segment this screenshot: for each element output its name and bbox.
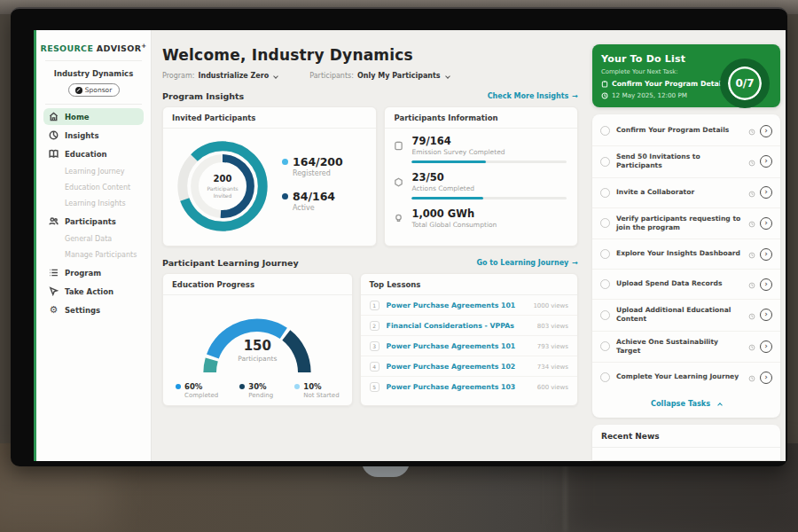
lesson-link[interactable]: Power Purchase Agreements 103 [387,383,536,391]
education-progress-card: Education Progress 150 Participants [162,273,353,406]
rank-badge: 4 [370,362,379,372]
chevron-right-icon[interactable]: › [760,340,772,353]
gauge-center-label: Participants [173,355,341,363]
task-checkbox[interactable] [600,372,610,382]
pointer-icon [49,286,59,296]
sidebar-item-participants[interactable]: Participants [43,213,144,230]
task-checkbox[interactable] [600,310,610,320]
filter-bar: Program: Industrialize Zero Participants… [162,72,578,80]
chevron-right-icon[interactable]: › [760,248,772,261]
chevron-right-icon[interactable]: › [760,372,772,384]
consumption-row: 1,000 GWh Total Global Consumption [385,201,577,231]
lesson-link[interactable]: Power Purchase Agreements 101 [387,301,532,309]
chevron-right-icon[interactable]: › [760,278,772,291]
task-row[interactable]: Complete Your Learning Journey › [592,363,780,392]
page-title: Welcome, Industry Dynamics [162,46,578,64]
go-to-learning-journey-link[interactable]: Go to Learning Journey → [476,259,578,267]
clipboard-icon [394,135,404,163]
clock-icon [748,307,755,324]
clock-icon [748,369,755,386]
task-row[interactable]: Send 50 Invitations to Participants › [592,146,780,178]
photo-scene: RESOURCE ADVISOR+ Industry Dynamics Spon… [0,0,798,532]
chevron-up-icon [717,403,723,408]
participants-select[interactable]: Participants: Only My Participants [309,72,449,80]
legend-not-started: 10% Not Started [294,382,339,399]
legend-dot [294,384,300,389]
card-title: Invited Participants [163,107,376,129]
task-checkbox[interactable] [600,249,610,259]
legend-active: 84/164 Active [282,190,343,212]
divider [45,104,142,105]
card-title: Education Progress [163,274,352,295]
sidebar-item-learning-insights[interactable]: Learning Insights [49,196,144,211]
task-checkbox[interactable] [600,218,610,228]
task-checkbox[interactable] [600,341,610,351]
task-checkbox[interactable] [600,126,610,136]
sidebar-item-learning-journey[interactable]: Learning Journey [49,164,144,179]
chevron-right-icon[interactable]: › [760,217,772,230]
clock-icon [748,276,755,293]
sponsor-icon [75,87,82,94]
home-icon [49,112,59,121]
chevron-right-icon[interactable]: › [760,186,772,199]
sidebar-item-manage-participants[interactable]: Manage Participants [49,247,144,262]
task-row[interactable]: Invite a Collaborator › [592,178,780,208]
learning-journey-heading: Participant Learning Journey [162,258,299,268]
education-gauge-chart: 150 Participants [173,302,341,379]
sponsor-badge: Sponsor [68,83,120,97]
rank-badge: 5 [370,382,379,392]
emission-progress-bar [411,160,567,163]
collapse-tasks-button[interactable]: Collapse Tasks [592,392,780,416]
card-title: Top Lessons [361,274,577,295]
sidebar-item-settings[interactable]: ⚙ Settings [43,301,144,318]
check-more-insights-link[interactable]: Check More Insights → [488,92,578,100]
lesson-link[interactable]: Financial Considerations - VPPAs [387,322,536,330]
todo-tasks-card: Confirm Your Program Details › Send 50 I… [592,114,780,418]
clock-icon [748,215,755,231]
sidebar-item-education-content[interactable]: Education Content [49,180,144,195]
sidebar-item-home[interactable]: Home [43,108,144,125]
todo-progress-value: 0/7 [735,77,754,90]
donut-center-label: Participants Invited [200,185,246,200]
task-row[interactable]: Explore Your Insights Dashboard › [592,239,780,270]
sidebar-item-take-action[interactable]: Take Action [43,283,144,300]
lesson-row: 3 Power Purchase Agreements 101 793views [361,336,577,356]
task-row[interactable]: Verify participants requesting to join t… [592,208,780,240]
chevron-down-icon [273,74,278,79]
task-checkbox[interactable] [600,279,610,289]
program-select[interactable]: Program: Industrialize Zero [162,72,278,80]
emission-survey-row: 79/164 Emission Survey Completed [385,129,577,165]
sidebar-item-insights[interactable]: Insights [43,127,144,144]
people-icon [49,216,59,226]
card-title: Participants Information [385,107,577,129]
lesson-row: 5 Power Purchase Agreements 103 600views [361,377,577,396]
sidebar-item-general-data[interactable]: General Data [49,231,144,246]
chevron-right-icon[interactable]: › [760,309,772,321]
invited-donut-chart: 200 Participants Invited [170,134,275,239]
clock-icon [748,122,755,139]
task-row[interactable]: Achieve One Sustainability Target › [592,332,780,364]
bulb-icon [394,207,404,229]
recent-news-card: Recent News [592,425,780,460]
lesson-link[interactable]: Power Purchase Agreements 101 [387,342,536,350]
todo-panel: Your To Do List Complete Your Next Task:… [592,44,780,461]
task-checkbox[interactable] [600,157,610,167]
task-checkbox[interactable] [600,188,610,198]
task-row[interactable]: Upload Additional Educational Content › [592,300,780,332]
sidebar-item-education[interactable]: Education [43,145,144,162]
clock-icon [748,184,755,201]
pie-chart-icon [49,130,59,140]
task-row[interactable]: Upload Spend Data Records › [592,270,780,300]
legend-dot [282,159,288,165]
sidebar-item-program[interactable]: Program [43,264,144,281]
task-row[interactable]: Confirm Your Program Details › [592,116,780,146]
lesson-row: 2 Financial Considerations - VPPAs 803vi… [361,316,577,336]
logo-resource: RESOURCE [41,43,94,53]
chevron-right-icon[interactable]: › [760,125,772,137]
background-highlight [0,461,115,532]
app-logo[interactable]: RESOURCE ADVISOR+ [36,39,151,60]
legend-registered: 164/200 Registered [282,155,343,177]
book-icon [49,149,59,159]
lesson-link[interactable]: Power Purchase Agreements 102 [387,363,536,371]
chevron-right-icon[interactable]: › [760,155,772,168]
